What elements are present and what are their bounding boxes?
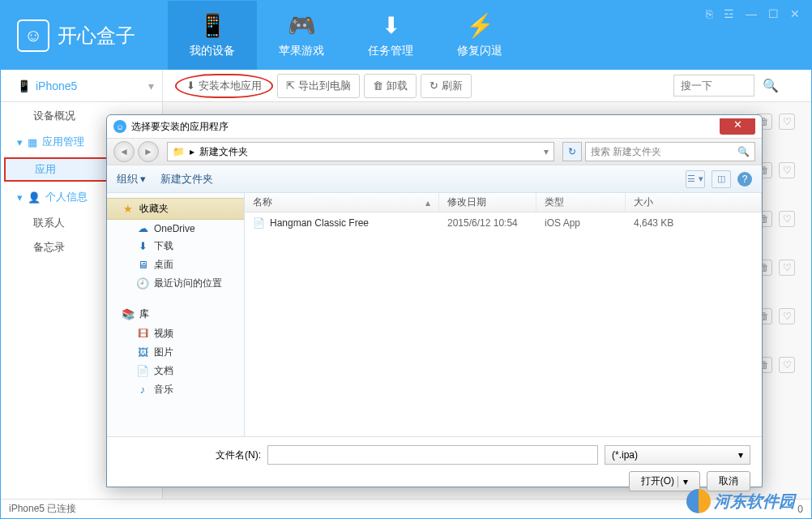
sort-asc-icon: ▴: [425, 197, 430, 208]
logo-area: ☺ 开心盒子: [1, 1, 152, 70]
tree-documents[interactable]: 📄文档: [107, 362, 244, 380]
organize-button[interactable]: 组织 ▾: [117, 172, 146, 187]
col-name[interactable]: 名称▴: [245, 193, 439, 212]
collapse-icon: ▾: [17, 136, 23, 148]
watermark: 河东软件园: [686, 489, 795, 513]
dialog-close-button[interactable]: ✕: [720, 118, 755, 135]
row-action-icon[interactable]: ♡: [779, 162, 795, 178]
tree-onedrive[interactable]: ☁OneDrive: [107, 220, 244, 237]
preview-toggle-button[interactable]: ◫: [712, 170, 731, 188]
nav-tab-device[interactable]: 📱 我的设备: [168, 1, 257, 70]
tree-pictures[interactable]: 🖼图片: [107, 343, 244, 362]
split-chevron-icon: ▾: [677, 476, 688, 487]
tree-video[interactable]: 🎞视频: [107, 324, 244, 343]
sub-header: 📱 iPhone5 ▾ ⬇ 安装本地应用 ⇱ 导出到电脑 🗑 卸载 ↻ 刷新 🔍: [1, 70, 811, 102]
filename-label: 文件名(N):: [216, 448, 261, 462]
nav-tab-fix[interactable]: ⚡ 修复闪退: [435, 1, 524, 70]
row-action-icon[interactable]: ♡: [779, 114, 795, 130]
export-pc-button[interactable]: ⇱ 导出到电脑: [277, 74, 360, 98]
row-action-icon[interactable]: ♡: [779, 260, 795, 276]
label: 收藏夹: [139, 202, 169, 216]
nav-label: 我的设备: [190, 44, 235, 58]
install-local-button[interactable]: ⬇ 安装本地应用: [175, 74, 273, 98]
status-count: 0: [797, 504, 803, 515]
window-controls: ⎘ ☲ — ☐ ✕: [706, 1, 811, 70]
file-type: iOS App: [536, 216, 626, 230]
tree-downloads[interactable]: ⬇下载: [107, 237, 244, 255]
filetype-filter[interactable]: (*.ipa) ▾: [605, 445, 750, 465]
chevron-down-icon[interactable]: ▾: [544, 146, 549, 157]
tree-recent[interactable]: 🕘最近访问的位置: [107, 274, 244, 293]
recent-icon: 🕘: [136, 277, 149, 290]
col-date[interactable]: 修改日期: [439, 193, 536, 212]
app-header: ☺ 开心盒子 📱 我的设备 🎮 苹果游戏 ⬇ 任务管理 ⚡ 修复闪退 ⎘ ☲ —…: [1, 1, 811, 70]
nav-back-button[interactable]: ◄: [113, 141, 135, 162]
label: 组织: [117, 172, 138, 187]
tree-music[interactable]: ♪音乐: [107, 380, 244, 399]
nav-tab-tasks[interactable]: ⬇ 任务管理: [346, 1, 435, 70]
col-type[interactable]: 类型: [536, 193, 626, 212]
toolbar: ⬇ 安装本地应用 ⇱ 导出到电脑 🗑 卸载 ↻ 刷新: [163, 74, 472, 98]
dialog-app-icon: ☺: [113, 120, 126, 133]
path-text: 新建文件夹: [199, 145, 248, 159]
row-action-icon[interactable]: ♡: [779, 308, 795, 324]
collapse-icon: ▾: [17, 191, 23, 204]
phone-small-icon: 📱: [17, 79, 31, 92]
row-action-icon[interactable]: ♡: [779, 357, 795, 373]
search-button[interactable]: 🔍: [754, 74, 787, 97]
refresh-icon: ↻: [430, 79, 438, 92]
cloud-icon: ☁: [136, 222, 149, 234]
download-icon: ⬇: [382, 12, 400, 39]
nav-forward-button[interactable]: ►: [138, 141, 159, 162]
tree-library[interactable]: 📚库: [107, 304, 244, 324]
download-small-icon: ⬇: [186, 79, 195, 92]
list-headers: 名称▴ 修改日期 类型 大小: [245, 193, 762, 212]
ipa-file-icon: 📄: [253, 217, 265, 229]
refresh-button[interactable]: ↻ 刷新: [421, 74, 472, 98]
phone-icon: 📱: [199, 12, 227, 39]
win-minimize-icon[interactable]: —: [746, 7, 757, 20]
tree-favorites[interactable]: ★ 收藏夹: [107, 198, 244, 220]
trash-icon: 🗑: [373, 79, 383, 92]
col-size[interactable]: 大小: [626, 193, 762, 212]
music-icon: ♪: [136, 384, 149, 396]
win-maximize-icon[interactable]: ☐: [768, 7, 779, 20]
file-date: 2015/6/12 10:54: [439, 216, 536, 230]
row-action-icon[interactable]: ♡: [779, 211, 795, 227]
star-icon: ★: [122, 203, 135, 215]
file-open-dialog: ☺ 选择要安装的应用程序 ✕ ◄ ► 📁 ▸ 新建文件夹 ▾ ↻ 搜索 新建文件…: [106, 114, 763, 487]
address-bar[interactable]: 📁 ▸ 新建文件夹 ▾: [167, 142, 554, 161]
label: 打开(O): [641, 474, 674, 488]
search-box: 🔍: [673, 74, 787, 97]
help-button[interactable]: ?: [737, 172, 752, 187]
app-logo-icon: ☺: [17, 19, 49, 52]
file-row[interactable]: 📄 Hangman Classic Free 2015/6/12 10:54 i…: [245, 212, 762, 234]
dialog-search-input[interactable]: 搜索 新建文件夹 🔍: [585, 142, 755, 161]
tree-desktop[interactable]: 🖥桌面: [107, 255, 244, 274]
filename-input[interactable]: [267, 445, 598, 465]
folder-icon: 📁: [173, 146, 185, 157]
file-size: 4,643 KB: [626, 216, 762, 230]
chevron-down-icon: ▾: [140, 173, 146, 185]
win-close-icon[interactable]: ✕: [790, 7, 800, 20]
uninstall-button[interactable]: 🗑 卸载: [364, 74, 417, 98]
device-selector[interactable]: 📱 iPhone5 ▾: [9, 70, 163, 101]
view-mode-button[interactable]: ☰ ▾: [686, 170, 705, 188]
download-folder-icon: ⬇: [136, 240, 149, 252]
nav-refresh-button[interactable]: ↻: [562, 142, 582, 161]
btn-label: 导出到电脑: [298, 79, 351, 93]
win-menu-icon[interactable]: ☲: [724, 7, 734, 20]
desktop-icon: 🖥: [136, 259, 149, 271]
new-folder-button[interactable]: 新建文件夹: [160, 172, 213, 187]
chevron-down-icon: ▾: [148, 79, 154, 92]
win-skin-icon[interactable]: ⎘: [706, 7, 712, 20]
file-name: Hangman Classic Free: [270, 217, 369, 229]
btn-label: 刷新: [442, 79, 463, 93]
chevron-down-icon: ▾: [738, 449, 743, 461]
pictures-icon: 🖼: [136, 346, 149, 358]
dialog-body: ★ 收藏夹 ☁OneDrive ⬇下载 🖥桌面 🕘最近访问的位置 📚库 🎞视频 …: [107, 193, 762, 436]
search-input[interactable]: [673, 75, 754, 97]
nav-tab-games[interactable]: 🎮 苹果游戏: [257, 1, 346, 70]
search-icon: 🔍: [763, 79, 779, 92]
app-title: 开心盒子: [58, 23, 135, 49]
